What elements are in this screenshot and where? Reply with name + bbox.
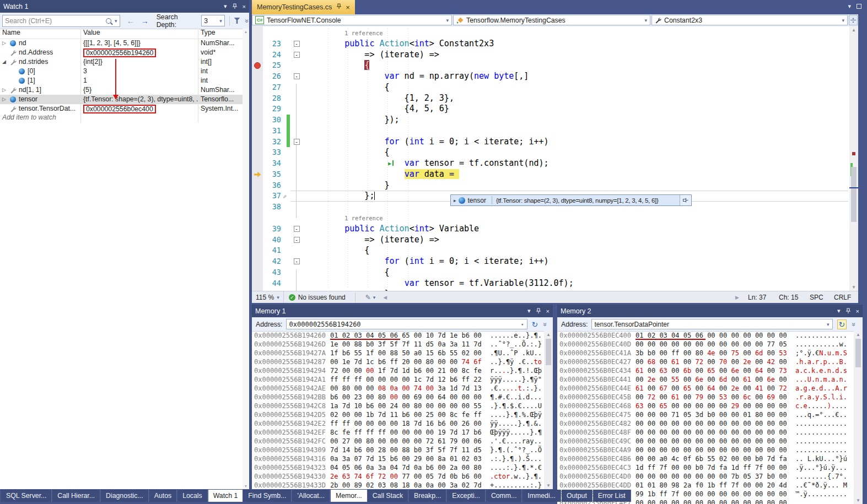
fold-collapse-icon[interactable]: - — [294, 73, 300, 79]
watch-row[interactable]: [0]3int — [0, 67, 243, 76]
collapse-icon[interactable]: ◢ — [2, 57, 9, 67]
scroll-up-icon[interactable]: ▲ — [544, 332, 553, 337]
memory2-scrollbar[interactable]: ▲ ▼ — [854, 331, 863, 504]
code-line[interactable]: 28 {1, 2, 3}, — [252, 93, 849, 104]
scrollbar-thumb[interactable] — [855, 339, 861, 367]
chevron-down-icon[interactable]: ▾ — [827, 322, 830, 327]
close-icon[interactable]: × — [856, 308, 859, 315]
code-line[interactable]: 45 } — [252, 289, 849, 291]
bottom-tab-locals[interactable]: Locals — [177, 490, 208, 502]
code-text[interactable]: var tensor = tf.constant(nd); — [301, 158, 849, 169]
code-line[interactable]: 1 reference — [252, 28, 849, 39]
memory-row[interactable]: 0x000002556B19428700 1e 7d 1c b6 ff 20 0… — [254, 357, 543, 366]
fold-collapse-icon[interactable]: - — [294, 52, 300, 58]
memory-row[interactable]: 0x000002556B0EC4DD01 01 80 98 2a f0 1b f… — [559, 481, 853, 490]
breakpoint-gutter[interactable] — [252, 213, 263, 224]
code-text[interactable]: {4, 5, 6} — [301, 104, 849, 115]
filter-icon[interactable] — [234, 18, 240, 24]
memory-row[interactable]: 0x000002556B19429472 00 00 00 1f 7d 1d b… — [254, 366, 543, 375]
bottom-tab-watch-1[interactable]: Watch 1 — [208, 490, 243, 502]
code-text[interactable]: { — [301, 82, 849, 93]
code-line[interactable]: 32- for (int i = 0; i < iterate; i++) — [252, 137, 849, 148]
refresh-icon[interactable]: ↻ — [532, 320, 538, 329]
datatip-expander-icon[interactable]: ▸ — [454, 198, 456, 203]
memory-row[interactable]: 0x000002556B19427A1f b6 55 1f 00 88 50 a… — [254, 349, 543, 357]
refresh-icon[interactable]: ↻ — [837, 319, 847, 329]
breakpoint-gutter[interactable] — [252, 169, 263, 180]
watch-row[interactable]: ▷nd[1, 1]{5}NumShar... — [0, 85, 243, 95]
scroll-down-icon[interactable]: ▼ — [544, 483, 553, 488]
memory-row[interactable]: 0x000002556B19432304 05 06 0a 3a 04 7d 0… — [254, 463, 543, 472]
expand-icon[interactable]: ▷ — [2, 95, 9, 104]
code-text[interactable]: } — [301, 180, 849, 191]
memory-row[interactable]: 0x000002556B19433D2b 00 89 02 03 08 18 0… — [254, 481, 543, 489]
window-menu-icon[interactable] — [857, 3, 861, 10]
pin-icon[interactable] — [846, 308, 851, 314]
watch-row[interactable]: tensor.TensorDat...0x000002556b0ec400Sys… — [0, 104, 243, 113]
member-dropdown[interactable]: Constant2x3 ▾ — [651, 15, 848, 25]
watch-titlebar[interactable]: Watch 1 ▾ × — [0, 0, 249, 13]
code-line[interactable]: 31 — [252, 126, 849, 137]
breakpoint-gutter[interactable] — [252, 82, 263, 93]
document-tab[interactable]: MemoryTestingCases.cs × — [252, 0, 355, 14]
memory-row[interactable]: 0x000002556B0EC4A900 00 00 00 00 00 00 0… — [559, 446, 853, 454]
watch-row[interactable]: [1]1int — [0, 76, 243, 85]
zoom-control[interactable]: 115 % ▾ — [252, 291, 284, 303]
chevron-down-icon[interactable]: ▾ — [521, 322, 524, 327]
search-depth-select[interactable]: 3 ▾ — [201, 15, 225, 26]
code-line[interactable]: 23- public Action<int> Constant2x3 — [252, 39, 849, 50]
code-text[interactable]: 1 reference — [301, 28, 849, 39]
memory-row[interactable]: 0x000002556B1942AE00 80 00 00 08 0a 00 7… — [254, 384, 543, 393]
fold-collapse-icon[interactable]: - — [294, 258, 300, 264]
watch-row[interactable]: nd.Address0x000002556b194260void* — [0, 48, 243, 57]
window-position-icon[interactable]: ▾ — [224, 3, 227, 10]
fold-collapse-icon[interactable]: - — [294, 237, 300, 243]
pin-icon[interactable] — [232, 3, 238, 9]
tab-close-icon[interactable]: × — [346, 3, 350, 12]
memory-row[interactable]: 0x000002556B0EC48F00 00 00 00 00 00 00 0… — [559, 428, 853, 437]
memory-row[interactable]: 0x000002556B19426D1e 00 88 b0 3f 5f 7f 1… — [254, 340, 543, 349]
breakpoint-gutter[interactable] — [252, 104, 263, 115]
bottom-tab-call-hierar[interactable]: Call Hierar... — [52, 490, 100, 502]
address-input[interactable]: tensor.TensorDataPointer ▾ — [591, 319, 833, 329]
scroll-up-icon[interactable]: ▲ — [244, 30, 248, 34]
window-position-icon[interactable]: ▾ — [837, 307, 841, 315]
breakpoint-gutter[interactable] — [252, 50, 263, 61]
code-cleanup-icon[interactable]: ✎ — [365, 294, 371, 301]
tab-list-chevron-icon[interactable]: ▾ — [848, 3, 851, 10]
address-input[interactable]: 0x000002556B194260 ▾ — [286, 319, 527, 329]
tab-pin-icon[interactable] — [336, 3, 342, 11]
code-line[interactable]: 34 var tensor = tf.constant(nd);▶ — [252, 158, 849, 169]
breakpoint-gutter[interactable] — [252, 191, 263, 202]
fold-collapse-icon[interactable]: - — [294, 41, 300, 47]
code-line[interactable]: 40- => (iterate) => — [252, 235, 849, 246]
watch-scrollbar[interactable]: ▲ ▼ — [243, 29, 249, 489]
breakpoint-gutter[interactable] — [252, 126, 263, 137]
code-text[interactable]: var data = — [301, 169, 849, 180]
fold-collapse-icon[interactable]: - — [294, 139, 300, 145]
code-text[interactable]: } — [301, 289, 849, 291]
code-text[interactable]: { — [301, 147, 849, 158]
breakpoint-gutter[interactable] — [252, 93, 263, 104]
code-line[interactable]: 25 { — [252, 60, 849, 71]
breakpoint-gutter[interactable] — [252, 235, 263, 246]
pin-icon[interactable] — [536, 308, 541, 314]
memory-row[interactable]: 0x000002556B1942D502 00 00 1b 7d 11 b6 0… — [254, 410, 543, 419]
watch-row[interactable]: ▷tensor{tf.Tensor: shape=(2, 3), dtype=u… — [0, 95, 243, 104]
code-line[interactable]: 33 { — [252, 147, 849, 158]
memory-row[interactable]: 0x000002556B0EC45B00 72 00 61 00 79 00 5… — [559, 393, 853, 402]
close-icon[interactable]: × — [243, 3, 246, 10]
codelens-references[interactable]: 1 reference — [344, 30, 383, 36]
search-input[interactable]: Search (Ctrl+E) ▾ — [2, 15, 120, 27]
toolbar-overflow-icon[interactable]: » — [244, 19, 251, 23]
code-line[interactable]: 36 } — [252, 180, 849, 191]
breakpoint-gutter[interactable] — [252, 71, 263, 82]
memory-row[interactable]: 0x000002556B0EC47500 00 00 71 05 3d b0 0… — [559, 410, 853, 419]
code-text[interactable]: { — [301, 245, 849, 256]
memory-row[interactable]: 0x000002556B1942BBb6 00 23 00 80 00 00 6… — [254, 393, 543, 402]
scroll-down-icon[interactable]: ▼ — [854, 498, 863, 503]
bottom-tab-comm[interactable]: Comm... — [486, 490, 522, 502]
bottom-tab-memor[interactable]: Memor... — [331, 490, 367, 502]
code-text[interactable]: public Action<int> Variable — [301, 224, 849, 235]
breakpoint-icon[interactable] — [254, 62, 261, 69]
